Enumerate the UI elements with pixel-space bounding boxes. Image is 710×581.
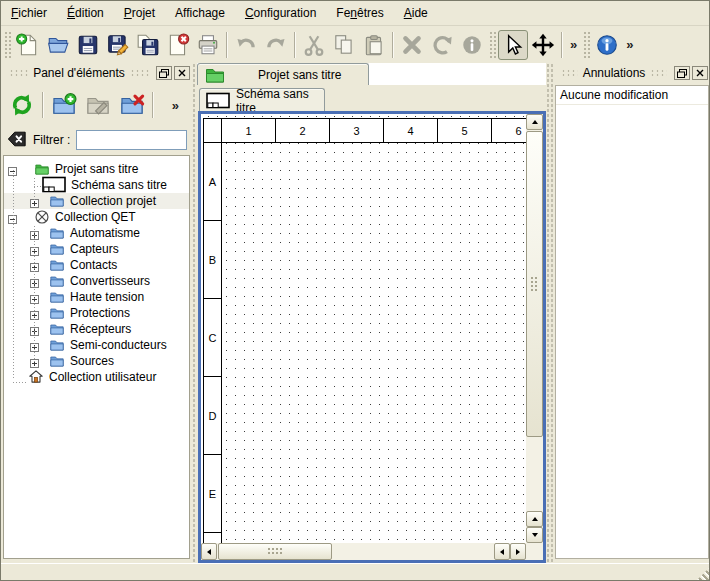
diagram-canvas[interactable]: 123456ABCDE bbox=[201, 114, 526, 543]
menu-affichage[interactable]: Affichage bbox=[165, 3, 235, 23]
tree-item-projet-sans-titre[interactable]: Projet sans titre bbox=[4, 161, 189, 177]
rotate-button[interactable] bbox=[427, 30, 457, 60]
column-header-2: 2 bbox=[275, 118, 330, 143]
toolbar-overflow-button[interactable]: » bbox=[622, 37, 637, 52]
dock-grip bbox=[9, 69, 28, 77]
scroll-up-button[interactable] bbox=[526, 114, 543, 130]
rotate-icon bbox=[430, 33, 454, 57]
scroll-right-button[interactable] bbox=[510, 543, 526, 560]
tree-item-label: Automatisme bbox=[70, 226, 140, 240]
close-document-icon bbox=[166, 33, 190, 57]
open-project-button[interactable] bbox=[43, 30, 73, 60]
tree-item-label: Récepteurs bbox=[70, 322, 131, 336]
menu-configuration[interactable]: Configuration bbox=[235, 3, 326, 23]
tree-item-sources[interactable]: Sources bbox=[4, 353, 189, 369]
row-header-E: E bbox=[203, 454, 222, 533]
copy-button[interactable] bbox=[329, 30, 359, 60]
delete-icon bbox=[400, 33, 424, 57]
tree-connector-line bbox=[13, 170, 14, 378]
about-qet-button[interactable] bbox=[592, 30, 622, 60]
new-category-button[interactable] bbox=[47, 88, 81, 122]
scroll-left-button-2[interactable] bbox=[494, 543, 510, 560]
close-button[interactable] bbox=[174, 66, 190, 80]
toolbar-handle[interactable] bbox=[489, 31, 496, 59]
column-header-1: 1 bbox=[221, 118, 276, 143]
scroll-up-button-2[interactable] bbox=[526, 511, 543, 527]
elements-panel-title: Panel d'éléments bbox=[33, 66, 125, 80]
resize-grip-icon[interactable] bbox=[696, 568, 709, 581]
tree-item-haute-tension[interactable]: Haute tension bbox=[4, 289, 189, 305]
toolbar-handle[interactable] bbox=[583, 31, 590, 59]
new-document-button[interactable] bbox=[13, 30, 43, 60]
tree-item-label: Collection utilisateur bbox=[49, 370, 156, 384]
scroll-left-button[interactable] bbox=[201, 543, 217, 560]
horizontal-scroll-thumb[interactable] bbox=[218, 543, 332, 560]
tree-item-convertisseurs[interactable]: Convertisseurs bbox=[4, 273, 189, 289]
delete-button[interactable] bbox=[397, 30, 427, 60]
toolbar-overflow-button[interactable]: » bbox=[168, 98, 183, 113]
tree-item-schema-sans-titre[interactable]: Schéma sans titre bbox=[4, 177, 189, 193]
filter-input[interactable] bbox=[76, 130, 187, 150]
save-all-button[interactable] bbox=[133, 30, 163, 60]
pan-mode-button[interactable] bbox=[528, 30, 558, 60]
tree-item-protections[interactable]: Protections bbox=[4, 305, 189, 321]
undo-button[interactable] bbox=[231, 30, 261, 60]
edit-category-button[interactable] bbox=[81, 88, 115, 122]
right-splitter[interactable] bbox=[546, 63, 553, 563]
info-blue-icon bbox=[595, 33, 619, 57]
clear-filter-icon[interactable] bbox=[7, 129, 27, 152]
save-button[interactable] bbox=[73, 30, 103, 60]
vertical-scroll-thumb[interactable] bbox=[526, 131, 543, 437]
tree-item-capteurs[interactable]: Capteurs bbox=[4, 241, 189, 257]
folder-icon bbox=[49, 289, 65, 305]
cursor-arrow-icon bbox=[501, 33, 525, 57]
redo-button[interactable] bbox=[261, 30, 291, 60]
float-button[interactable] bbox=[674, 66, 690, 80]
delete-category-button[interactable] bbox=[115, 88, 149, 122]
cut-button[interactable] bbox=[299, 30, 329, 60]
tree-item-contacts[interactable]: Contacts bbox=[4, 257, 189, 273]
new-document-icon bbox=[16, 33, 40, 57]
close-button[interactable] bbox=[692, 66, 708, 80]
menu-edition[interactable]: Édition bbox=[57, 3, 114, 23]
tab-projet-sans-titre[interactable]: Projet sans titre bbox=[197, 63, 369, 86]
folder-icon bbox=[49, 257, 65, 273]
folder-icon bbox=[49, 273, 65, 289]
tree-item-label: Protections bbox=[70, 306, 130, 320]
print-button[interactable] bbox=[193, 30, 223, 60]
tab-schema-sans-titre[interactable]: Schéma sans titre bbox=[199, 88, 325, 112]
save-all-icon bbox=[136, 33, 160, 57]
horizontal-scrollbar[interactable] bbox=[201, 543, 526, 560]
float-button[interactable] bbox=[156, 66, 172, 80]
menu-aide[interactable]: Aide bbox=[394, 3, 438, 23]
tree-item-collection-projet[interactable]: Collection projet bbox=[4, 193, 189, 209]
tree-item-label: Convertisseurs bbox=[70, 274, 150, 288]
undo-list-item[interactable]: Aucune modification bbox=[556, 86, 708, 105]
reload-collections-button[interactable] bbox=[5, 88, 39, 122]
toolbar-overflow-button[interactable]: » bbox=[566, 37, 581, 52]
scroll-down-button[interactable] bbox=[526, 527, 543, 543]
vertical-scrollbar[interactable] bbox=[526, 114, 543, 543]
menu-projet[interactable]: Projet bbox=[114, 3, 165, 23]
toolbar-handle[interactable] bbox=[4, 31, 11, 59]
tree-item-semi-conducteurs[interactable]: Semi-conducteurs bbox=[4, 337, 189, 353]
close-document-button[interactable] bbox=[163, 30, 193, 60]
schema-window: 123456ABCDE bbox=[198, 111, 546, 563]
save-as-button[interactable] bbox=[103, 30, 133, 60]
tree-item-automatisme[interactable]: Automatisme bbox=[4, 225, 189, 241]
project-tab-bar: Projet sans titre bbox=[197, 63, 546, 86]
elements-panel-titlebar[interactable]: Panel d'éléments bbox=[1, 63, 193, 83]
element-info-button[interactable] bbox=[457, 30, 487, 60]
toolbar-separator bbox=[561, 32, 563, 58]
tree-item-recepteurs[interactable]: Récepteurs bbox=[4, 321, 189, 337]
toolbar-separator bbox=[152, 92, 154, 118]
tree-item-collection-qet[interactable]: Collection QET bbox=[4, 209, 189, 225]
menu-fichier[interactable]: Fichier bbox=[1, 3, 57, 23]
tree-item-collection-utilisateur[interactable]: Collection utilisateur bbox=[4, 369, 189, 385]
tree-item-label: Capteurs bbox=[70, 242, 119, 256]
info-gray-icon bbox=[460, 33, 484, 57]
undo-dock-titlebar[interactable]: Annulations bbox=[553, 63, 710, 83]
menu-fenetres[interactable]: Fenêtres bbox=[326, 3, 393, 23]
select-mode-button[interactable] bbox=[498, 30, 528, 60]
paste-button[interactable] bbox=[359, 30, 389, 60]
